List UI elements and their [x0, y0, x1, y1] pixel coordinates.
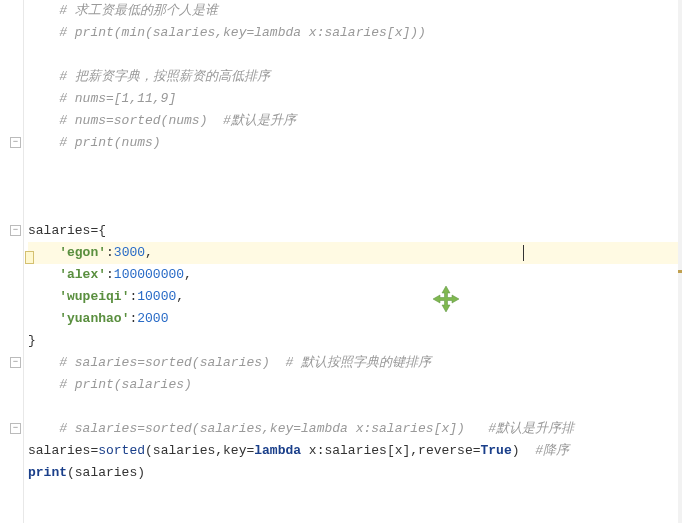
keyword-lambda: lambda — [254, 443, 301, 458]
comment-text: # print(min(salaries,key=lambda x:salari… — [28, 25, 426, 40]
code-line[interactable]: 'yuanhao':2000 — [28, 308, 682, 330]
code-line[interactable]: # nums=[1,11,9] — [28, 88, 682, 110]
dict-key: 'wupeiqi' — [59, 289, 129, 304]
caret-marker — [678, 270, 682, 273]
gutter — [0, 0, 24, 523]
fold-toggle-icon[interactable]: − — [10, 225, 21, 236]
code-line[interactable]: − # print(nums) — [28, 132, 682, 154]
code-line[interactable] — [28, 396, 682, 418]
code-area[interactable]: # 求工资最低的那个人是谁 # print(min(salaries,key=l… — [24, 0, 682, 523]
fold-toggle-icon[interactable]: − — [10, 423, 21, 434]
text-cursor — [523, 245, 524, 261]
comment-text: # 求工资最低的那个人是谁 — [28, 3, 218, 18]
comment-text: # print(salaries) — [28, 377, 192, 392]
code-line[interactable] — [28, 198, 682, 220]
dict-value: 3000 — [114, 245, 145, 260]
code-editor[interactable]: # 求工资最低的那个人是谁 # print(min(salaries,key=l… — [0, 0, 682, 523]
comment-text: # print(nums) — [28, 135, 161, 150]
comment-text: # salaries=sorted(salaries) # 默认按照字典的键排序 — [28, 355, 431, 370]
code-line[interactable]: salaries=sorted(salaries,key=lambda x:sa… — [28, 440, 682, 462]
dict-value: 100000000 — [114, 267, 184, 282]
dict-key: 'egon' — [59, 245, 106, 260]
warning-highlight — [25, 251, 34, 264]
code-line[interactable]: 'alex':100000000, — [28, 264, 682, 286]
code-line[interactable]: − # salaries=sorted(salaries,key=lambda … — [28, 418, 682, 440]
code-line[interactable] — [28, 176, 682, 198]
comment-text: # nums=sorted(nums) #默认是升序 — [28, 113, 296, 128]
code-line[interactable]: # nums=sorted(nums) #默认是升序 — [28, 110, 682, 132]
code-line[interactable]: # 求工资最低的那个人是谁 — [28, 0, 682, 22]
code-line[interactable]: print(salaries) — [28, 462, 682, 484]
code-line[interactable]: − # salaries=sorted(salaries) # 默认按照字典的键… — [28, 352, 682, 374]
comment-text: # nums=[1,11,9] — [28, 91, 176, 106]
dict-value: 2000 — [137, 311, 168, 326]
keyword-true: True — [481, 443, 512, 458]
code-line[interactable]: −salaries={ — [28, 220, 682, 242]
right-scrollbar-track — [678, 0, 682, 523]
builtin-print: print — [28, 465, 67, 480]
code-line[interactable]: # print(min(salaries,key=lambda x:salari… — [28, 22, 682, 44]
fold-toggle-icon[interactable]: − — [10, 137, 21, 148]
code-line[interactable]: # 把薪资字典，按照薪资的高低排序 — [28, 66, 682, 88]
code-line[interactable]: 'wupeiqi':10000, — [28, 286, 682, 308]
comment-text: # 把薪资字典，按照薪资的高低排序 — [28, 69, 270, 84]
comment-text: #降序 — [520, 443, 569, 458]
dict-key: 'alex' — [59, 267, 106, 282]
dict-key: 'yuanhao' — [59, 311, 129, 326]
comment-text: # salaries=sorted(salaries,key=lambda x:… — [28, 421, 574, 436]
code-line[interactable]: } — [28, 330, 682, 352]
code-line[interactable]: 'egon':3000, — [28, 242, 682, 264]
code-line[interactable] — [28, 44, 682, 66]
code-line[interactable] — [28, 154, 682, 176]
code-line[interactable]: # print(salaries) — [28, 374, 682, 396]
fold-toggle-icon[interactable]: − — [10, 357, 21, 368]
dict-value: 10000 — [137, 289, 176, 304]
